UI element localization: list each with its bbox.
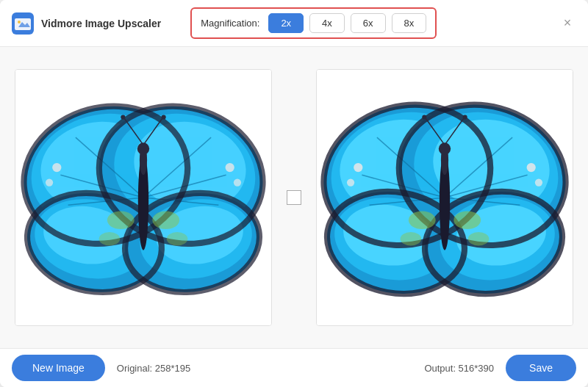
mag-6x-button[interactable]: 6x: [351, 13, 386, 33]
footer-left: New Image Original: 258*195: [12, 355, 190, 381]
svg-point-30: [234, 178, 241, 186]
svg-point-65: [354, 163, 362, 172]
svg-point-69: [409, 211, 436, 229]
magnification-label: Magnification:: [201, 18, 259, 29]
svg-point-66: [347, 178, 354, 186]
svg-point-72: [468, 232, 490, 245]
svg-point-79: [463, 115, 467, 119]
svg-point-68: [535, 178, 542, 186]
svg-point-34: [167, 232, 188, 245]
app-title: Vidmore Image Upscaler: [41, 18, 161, 29]
svg-point-39: [121, 115, 125, 119]
svg-point-28: [46, 178, 53, 186]
main-content: [0, 47, 588, 348]
output-image-panel: [316, 69, 573, 326]
original-info: Original: 258*195: [117, 363, 190, 374]
mag-2x-button[interactable]: 2x: [268, 13, 304, 33]
app-logo-icon: [12, 12, 34, 35]
save-button[interactable]: Save: [506, 355, 576, 381]
divider-checkbox[interactable]: [287, 190, 301, 205]
svg-point-33: [99, 232, 121, 245]
svg-point-70: [453, 211, 481, 229]
svg-point-32: [152, 211, 179, 229]
svg-point-41: [162, 115, 166, 119]
footer-right: Output: 516*390 Save: [424, 355, 576, 381]
svg-point-71: [401, 232, 422, 245]
svg-point-27: [52, 163, 61, 172]
svg-point-3: [18, 21, 21, 23]
svg-point-67: [527, 163, 536, 172]
svg-point-29: [226, 163, 234, 172]
svg-point-77: [422, 115, 426, 119]
new-image-button[interactable]: New Image: [12, 355, 105, 381]
original-image-panel: [15, 69, 272, 326]
mag-4x-button[interactable]: 4x: [309, 13, 345, 33]
title-bar: Vidmore Image Upscaler Magnification: 2x…: [0, 0, 588, 47]
magnification-controls: Magnification: 2x 4x 6x 8x: [190, 7, 437, 39]
svg-point-31: [107, 211, 135, 229]
app-window: Vidmore Image Upscaler Magnification: 2x…: [0, 0, 588, 387]
footer: New Image Original: 258*195 Output: 516*…: [0, 348, 588, 387]
mag-8x-button[interactable]: 8x: [392, 13, 427, 33]
close-button[interactable]: ×: [559, 15, 576, 32]
output-info: Output: 516*390: [424, 363, 494, 374]
